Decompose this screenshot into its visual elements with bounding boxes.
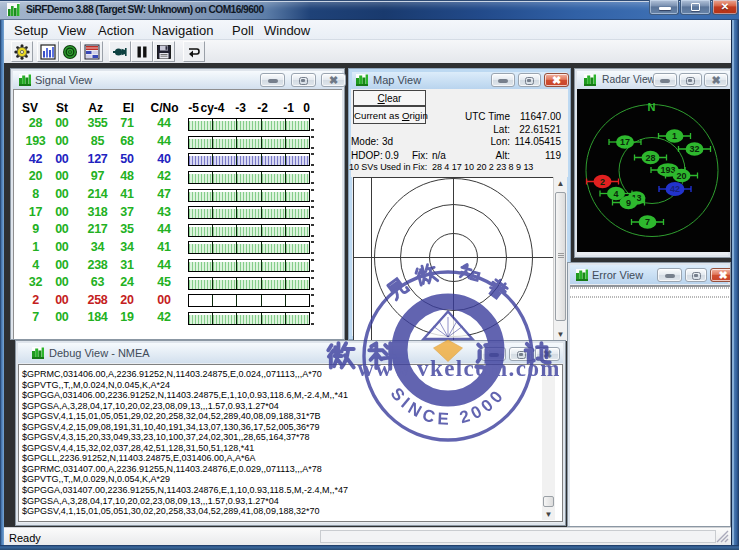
svg-text:N: N [648, 101, 656, 113]
svg-text:28: 28 [645, 153, 655, 163]
svg-text:17: 17 [620, 137, 630, 147]
svg-text:2: 2 [600, 177, 605, 187]
svg-text:42: 42 [670, 184, 680, 194]
svg-text:1: 1 [672, 131, 677, 141]
svg-text:7: 7 [645, 217, 650, 227]
svg-text:20: 20 [676, 171, 686, 181]
svg-text:9: 9 [626, 198, 631, 208]
svg-text:32: 32 [689, 144, 699, 154]
svg-text:4: 4 [613, 189, 618, 199]
